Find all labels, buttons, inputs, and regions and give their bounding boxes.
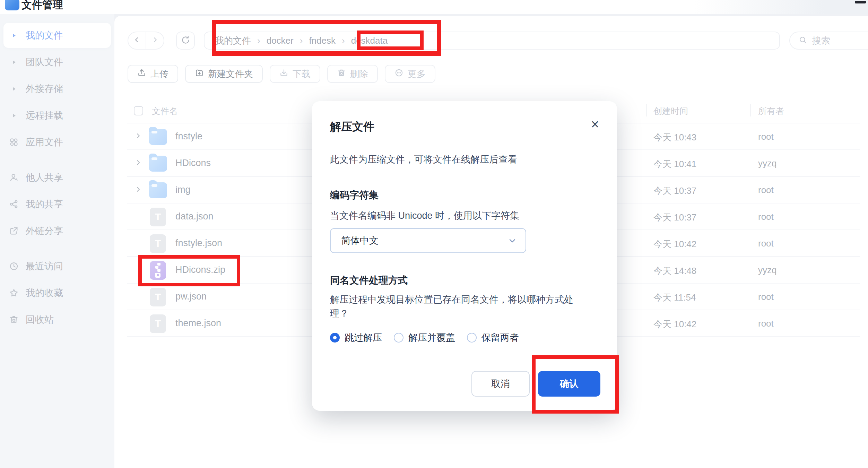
encoding-select[interactable]: 简体中文	[330, 228, 526, 253]
radio-icon[interactable]	[394, 333, 403, 343]
conflict-helper: 解压过程中发现目标位置已存在同名文件，将以哪种方式处理？	[330, 293, 577, 320]
conflict-heading: 同名文件处理方式	[330, 274, 408, 287]
file-manager-app: 文件管理 我的文件 团队文件 外接存储 远程挂载 应用文件 他人共享 我的共享 …	[0, 0, 868, 468]
extract-dialog: 解压文件 × 此文件为压缩文件，可将文件在线解压后查看 编码字符集 当文件名编码…	[312, 101, 617, 411]
radio-option[interactable]: 跳过解压	[330, 331, 382, 344]
radio-label: 解压并覆盖	[408, 331, 455, 344]
conflict-options: 跳过解压 解压并覆盖 保留两者	[330, 331, 519, 344]
window-title: 文件管理	[21, 0, 63, 12]
encoding-select-value: 简体中文	[341, 234, 379, 247]
cancel-button[interactable]: 取消	[471, 371, 530, 397]
encoding-heading: 编码字符集	[330, 189, 379, 202]
encoding-helper: 当文件名编码非 Unicode 时，使用以下字符集	[330, 209, 519, 222]
chevron-down-icon	[507, 236, 517, 248]
window-titlebar: 文件管理	[0, 0, 868, 14]
confirm-button[interactable]: 确认	[538, 371, 600, 397]
radio-icon[interactable]	[330, 333, 340, 343]
radio-label: 跳过解压	[345, 331, 382, 344]
radio-icon[interactable]	[467, 333, 477, 343]
close-icon[interactable]: ×	[591, 117, 599, 131]
radio-label: 保留两者	[481, 331, 519, 344]
dialog-title: 解压文件	[330, 119, 374, 135]
radio-option[interactable]: 保留两者	[467, 331, 519, 344]
radio-option[interactable]: 解压并覆盖	[394, 331, 455, 344]
dialog-description: 此文件为压缩文件，可将文件在线解压后查看	[330, 153, 517, 166]
app-folder-icon	[5, 0, 19, 10]
minimize-icon[interactable]	[855, 1, 866, 3]
